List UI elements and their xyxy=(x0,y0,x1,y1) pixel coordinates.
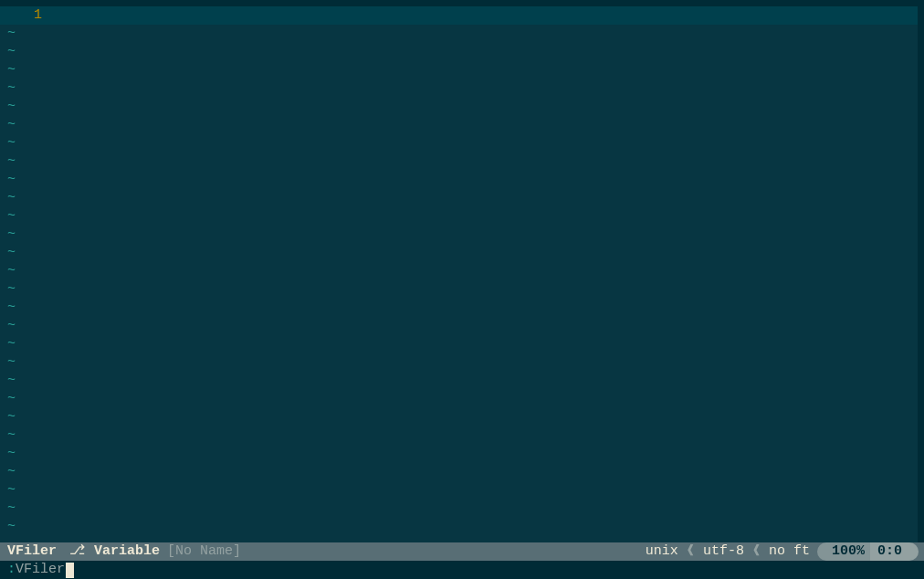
empty-line-tilde: ~ xyxy=(7,353,918,372)
empty-line-tilde: ~ xyxy=(7,372,918,390)
buffer-content[interactable]: 1 ~~~~~~~~~~~~~~~~~~~~~~~~~~~~ xyxy=(0,6,918,542)
empty-line-tilde: ~ xyxy=(7,463,918,481)
empty-line-tilde: ~ xyxy=(7,518,918,536)
editor-area[interactable]: 1 ~~~~~~~~~~~~~~~~~~~~~~~~~~~~ xyxy=(0,6,924,542)
status-right: unix ❰ utf-8 ❰ no ft 100% 0:0 xyxy=(638,542,924,561)
empty-line-tilde: ~ xyxy=(7,98,918,116)
empty-line-tilde: ~ xyxy=(7,317,918,335)
pill-cap-right xyxy=(909,542,919,561)
empty-line-tilde: ~ xyxy=(7,153,918,171)
file-info: unix ❰ utf-8 ❰ no ft xyxy=(638,542,817,561)
empty-line-tilde: ~ xyxy=(7,280,918,299)
empty-line-tilde: ~ xyxy=(7,335,918,353)
file-format: unix xyxy=(646,543,678,559)
file-name: [No Name] xyxy=(163,542,245,561)
line-content[interactable] xyxy=(51,6,918,25)
empty-lines: ~~~~~~~~~~~~~~~~~~~~~~~~~~~~ xyxy=(0,25,918,536)
empty-line-tilde: ~ xyxy=(7,134,918,153)
command-text: VFiler xyxy=(16,561,65,579)
scrollbar[interactable] xyxy=(918,6,924,542)
empty-line-tilde: ~ xyxy=(7,226,918,244)
cursor-position: 0:0 xyxy=(870,542,909,561)
branch-name: Variable xyxy=(90,542,163,561)
empty-line-tilde: ~ xyxy=(7,79,918,98)
pill-cap-left xyxy=(817,542,826,561)
empty-line-tilde: ~ xyxy=(7,390,918,408)
empty-line-tilde: ~ xyxy=(7,61,918,79)
empty-line-tilde: ~ xyxy=(7,207,918,226)
empty-line-tilde: ~ xyxy=(7,408,918,426)
empty-line-tilde: ~ xyxy=(7,299,918,317)
empty-line-tilde: ~ xyxy=(7,481,918,500)
branch-icon: ⎇ xyxy=(64,542,90,561)
position-pill: 100% 0:0 xyxy=(817,542,919,561)
file-encoding: utf-8 xyxy=(703,543,744,559)
empty-line-tilde: ~ xyxy=(7,445,918,463)
file-type: no ft xyxy=(769,543,810,559)
current-line[interactable]: 1 xyxy=(0,6,918,25)
empty-line-tilde: ~ xyxy=(7,500,918,518)
command-line[interactable]: : VFiler xyxy=(0,561,924,579)
empty-line-tilde: ~ xyxy=(7,262,918,280)
empty-line-tilde: ~ xyxy=(7,171,918,189)
status-line: VFiler ⎇ Variable [No Name] unix ❰ utf-8… xyxy=(0,542,924,561)
empty-line-tilde: ~ xyxy=(7,244,918,262)
empty-line-tilde: ~ xyxy=(7,43,918,61)
mode-indicator: VFiler xyxy=(0,542,64,561)
empty-line-tilde: ~ xyxy=(7,426,918,445)
tab-line xyxy=(0,0,924,6)
empty-line-tilde: ~ xyxy=(7,116,918,134)
cursor xyxy=(66,563,74,578)
empty-line-tilde: ~ xyxy=(7,189,918,207)
command-prompt: : xyxy=(7,561,16,579)
status-left: VFiler ⎇ Variable [No Name] xyxy=(0,542,638,561)
empty-line-tilde: ~ xyxy=(7,25,918,43)
scroll-percent: 100% xyxy=(826,542,870,561)
line-number: 1 xyxy=(0,6,51,25)
